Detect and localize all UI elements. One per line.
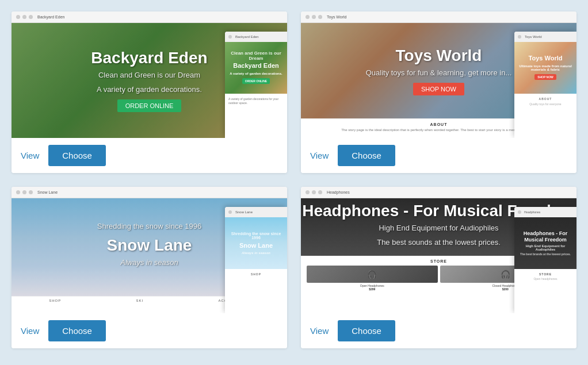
mobile-shop-btn-toys[interactable]: SHOP NOW [534, 74, 556, 80]
card-backyard-eden: Backyard Eden Backyard Eden Clean and Gr… [12, 11, 287, 173]
card-toys-world: Toys World Toys World Quality toys for f… [301, 11, 576, 173]
product-image-open: 🎧 [307, 266, 438, 283]
mobile-dot [228, 210, 232, 214]
browser-bar-headphones: Headphones [301, 187, 576, 198]
choose-button-backyard[interactable]: Choose [48, 145, 106, 166]
choose-button-snow[interactable]: Choose [48, 320, 106, 341]
mobile-order-btn-backyard[interactable]: ORDER ONLINE [242, 78, 270, 84]
mobile-overlay-snow: Snow Lane Shredding the snow since 1996 … [225, 207, 287, 313]
mobile-tagline-backyard: Clean and Green is our Dream [227, 51, 285, 61]
mobile-overlay-headphones: Headphones Headphones - For Musical Free… [514, 207, 576, 313]
browser-bar-snow: Snow Lane [12, 187, 287, 198]
browser-title-toys: Toys World [327, 15, 347, 19]
mobile-content-backyard: Clean and Green is our Dream Backyard Ed… [225, 42, 287, 94]
mobile-content-headphones: Headphones - For Musical Freedom High En… [514, 217, 576, 269]
preview-subtitle-toys: Quality toys for fun & learning, get mor… [366, 68, 512, 77]
headphones-product-open: 🎧 Open Headphones $299 [307, 266, 438, 291]
view-button-backyard[interactable]: View [21, 151, 39, 160]
product-price-open: $299 [307, 287, 438, 291]
view-button-headphones[interactable]: View [310, 326, 329, 336]
mobile-body-headphones: STORE Open headphones [514, 269, 576, 285]
browser-dot [22, 15, 26, 19]
view-button-toys[interactable]: View [310, 151, 329, 160]
browser-dot [312, 15, 316, 19]
snow-nav-shop: SHOP [49, 299, 61, 302]
card-preview-toys: Toys World Toys World Quality toys for f… [301, 11, 576, 138]
preview-main-title-snow: Snow Lane [107, 236, 192, 255]
mobile-tagline-headphones: The best brands at the lowest prices. [520, 252, 571, 256]
browser-title: Backyard Eden [37, 15, 64, 19]
preview-subtitle-snow: Always in season [120, 258, 178, 267]
preview-shop-btn-toys[interactable]: SHOP NOW [413, 83, 464, 95]
mobile-header-toys: Toys World [514, 32, 576, 42]
card-footer-backyard: View Choose [12, 138, 287, 173]
browser-dot [312, 190, 316, 194]
browser-dot [318, 190, 322, 194]
mobile-main-title-headphones: Headphones - For Musical Freedom [517, 230, 574, 243]
mobile-overlay-backyard: Backyard Eden Clean and Green is our Dre… [225, 32, 287, 138]
mobile-header-backyard: Backyard Eden [225, 32, 287, 42]
mobile-content-snow: Shredding the snow since 1996 Snow Lane … [225, 217, 287, 269]
mobile-sub-headphones: High End Equipment for Audiophiles [517, 244, 574, 251]
mobile-body-toys: ABOUT Quality toys for everyone [514, 94, 576, 110]
mobile-sub-toys: Ultimate toys made from natural material… [517, 64, 574, 71]
card-footer-snow: View Choose [12, 313, 287, 348]
preview-subtitle-backyard: A variety of garden decorations. [97, 85, 202, 94]
browser-dot [29, 15, 33, 19]
browser-title-snow: Snow Lane [37, 190, 58, 194]
browser-dot [22, 190, 26, 194]
preview-tagline-backyard: Clean and Green is our Dream [98, 71, 200, 79]
browser-bar-backyard: Backyard Eden [12, 11, 287, 23]
card-preview-snow: Snow Lane Shredding the snow since 1996 … [12, 187, 287, 313]
browser-title-headphones: Headphones [327, 190, 350, 194]
mobile-sub-backyard: A variety of garden decorations. [230, 72, 282, 75]
preview-subtitle-headphones: High End Equipment for Audiophiles [379, 224, 498, 232]
mobile-dot [228, 35, 232, 39]
mobile-dot [518, 210, 521, 214]
browser-dot [16, 15, 20, 19]
mobile-main-title-backyard: Backyard Eden [233, 62, 278, 70]
card-preview-backyard: Backyard Eden Backyard Eden Clean and Gr… [12, 11, 287, 138]
mobile-overlay-toys: Toys World Toys World Ultimate toys made… [514, 32, 576, 138]
card-headphones: Headphones Headphones - For Musical Free… [301, 187, 576, 348]
theme-grid: Backyard Eden Backyard Eden Clean and Gr… [12, 11, 576, 348]
mobile-main-title-snow: Snow Lane [239, 242, 273, 249]
preview-main-title-backyard: Backyard Eden [91, 49, 207, 67]
browser-dot [306, 15, 310, 19]
mobile-content-toys: Toys World Ultimate toys made from natur… [514, 42, 576, 94]
preview-tagline-headphones: The best sounds at the lowest prices. [377, 238, 501, 247]
browser-dot [306, 190, 310, 194]
choose-button-headphones[interactable]: Choose [338, 320, 395, 341]
preview-tagline-snow: Shredding the snow since 1996 [97, 222, 201, 230]
card-footer-toys: View Choose [301, 138, 576, 173]
mobile-dot [518, 35, 521, 39]
card-snow-lane: Snow Lane Shredding the snow since 1996 … [12, 187, 287, 348]
mobile-header-title-toys: Toys World [525, 35, 542, 39]
card-footer-headphones: View Choose [301, 313, 576, 348]
mobile-tagline-snow: Shredding the snow since 1996 [227, 232, 285, 240]
preview-order-btn-backyard[interactable]: ORDER ONLINE [117, 99, 182, 112]
mobile-body-snow: SHOP [225, 269, 287, 280]
mobile-header-snow: Snow Lane [225, 207, 287, 217]
choose-button-toys[interactable]: Choose [338, 145, 395, 166]
mobile-header-headphones: Headphones [514, 207, 576, 217]
snow-nav-ski: SKI [136, 299, 143, 302]
browser-dot [16, 190, 20, 194]
mobile-main-title-toys: Toys World [529, 55, 563, 62]
browser-dot [29, 190, 33, 194]
browser-bar-toys: Toys World [301, 11, 576, 23]
mobile-body-backyard: A variety of garden decorations for your… [225, 94, 287, 110]
view-button-snow[interactable]: View [21, 326, 39, 336]
card-preview-headphones: Headphones Headphones - For Musical Free… [301, 187, 576, 313]
preview-main-title-toys: Toys World [396, 47, 482, 65]
mobile-header-title-headphones: Headphones [524, 210, 540, 214]
mobile-always-snow: Always in season [242, 251, 270, 255]
browser-dot [318, 15, 322, 19]
mobile-header-title: Backyard Eden [235, 35, 259, 39]
mobile-header-title-snow: Snow Lane [235, 210, 253, 214]
